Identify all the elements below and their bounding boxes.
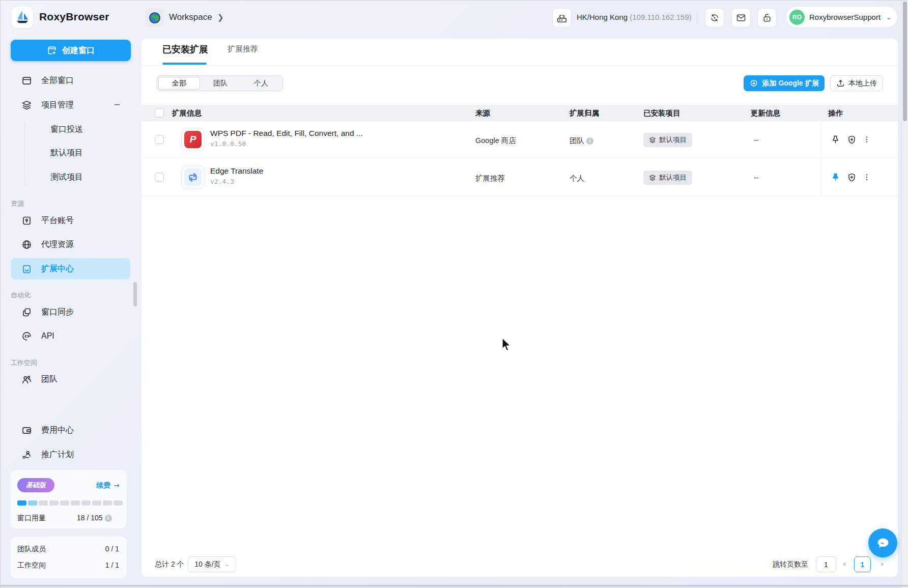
jump-to-page-input[interactable] [816,556,836,572]
info-icon[interactable]: i [586,137,593,145]
local-upload-button[interactable]: 本地上传 [830,75,883,91]
lock-button[interactable] [757,8,777,27]
team-members-value: 0 / 1 [105,545,119,554]
wallet-icon [21,425,32,436]
proxy-status-button[interactable] [552,8,572,27]
sidebar-item-platform-accounts[interactable]: 平台账号 [1,210,134,231]
sidebar-label: 平台账号 [41,215,74,226]
pin-button[interactable] [829,133,841,146]
more-actions-button[interactable] [861,133,873,146]
ownership-cell: 个人 [570,174,584,183]
username-label: RoxybrowserSupport [809,13,882,21]
sidebar-item-project-mgmt[interactable]: 项目管理 [1,94,134,116]
section-workspace: 工作空间 [11,358,37,368]
user-account-menu[interactable]: RO RoxybrowserSupport ⌄ [785,6,898,28]
sidebar-item-extension-center[interactable]: 扩展中心 [11,258,130,279]
usage-value: 18 / 105 i [77,514,112,522]
sidebar-item-team[interactable]: 团队 [1,369,134,390]
wps-pdf-icon: P [184,131,202,148]
page-scrollbar-thumb[interactable] [903,2,907,121]
collapse-minus-icon[interactable]: – [115,99,120,109]
shield-update-button[interactable] [845,133,858,146]
prev-page-button[interactable]: ‹ [843,559,846,569]
layers-icon [649,136,656,144]
row-checkbox[interactable] [155,173,164,182]
page-1-button[interactable]: 1 [854,556,871,572]
extension-name: Edge Translate [210,166,263,176]
support-chat-button[interactable] [868,528,897,557]
extension-info-cell: WPS PDF - Read, Edit, Fill, Convert, and… [210,129,363,148]
tab-installed-extensions[interactable]: 已安装扩展 [162,43,208,55]
unlock-icon [762,13,772,23]
team-members-label: 团队成员 [17,545,46,554]
edge-translate-icon [184,169,202,186]
sidebar-item-window-push[interactable]: 窗口投送 [1,119,134,140]
workspace-chevron-icon[interactable]: ❯ [217,13,224,22]
messages-button[interactable] [731,8,751,27]
sidebar-scrollbar-thumb[interactable] [133,282,137,306]
region-ip-text: HK/Hong Kong (109.110.162.159) [577,13,692,21]
shield-update-button[interactable] [845,171,858,183]
topbar-divider [697,12,697,23]
kebab-menu-icon [863,135,871,144]
more-actions-button[interactable] [861,171,873,183]
workspace-selector[interactable]: Workspace [169,12,212,22]
filter-personal[interactable]: 个人 [241,77,281,90]
col-extension-info: 扩展信息 [172,108,202,118]
update-cell: -- [754,174,759,182]
project-label: 默认项目 [659,173,687,182]
installed-project-chip[interactable]: 默认项目 [643,133,692,147]
extension-info-cell: Edge Translate v2.4.3 [210,166,263,185]
stats-card [11,537,127,578]
sidebar-label: 项目管理 [41,100,74,110]
installed-project-chip[interactable]: 默认项目 [643,171,692,185]
sidebar-item-test-project[interactable]: 测试项目 [1,166,134,188]
next-page-button[interactable]: › [881,559,884,569]
renew-label: 续费 [96,481,110,490]
renew-link[interactable]: 续费 → [96,481,120,490]
sidebar-item-all-windows[interactable]: 全部窗口 [1,70,134,91]
table-header [141,105,898,121]
extension-version: v2.4.3 [210,178,263,185]
shield-plus-icon [847,173,857,182]
page-size-select[interactable]: 10 条/页 ⌄ [188,556,236,572]
tab-recommended-extensions[interactable]: 扩展推荐 [228,44,258,54]
operations-column-divider [821,121,821,196]
sidebar-label: 推广计划 [41,450,74,460]
source-cell: Google 商店 [475,136,516,146]
sidebar-item-default-project[interactable]: 默认项目 [1,142,134,163]
pin-filled-icon [831,173,840,182]
sidebar-label: 团队 [41,374,58,385]
add-google-extension-button[interactable]: 添加 Google 扩展 [744,75,825,91]
info-icon[interactable]: i [105,515,112,522]
team-members-stat: 团队成员 0 / 1 [17,545,119,554]
extension-name: WPS PDF - Read, Edit, Fill, Convert, and… [210,129,363,138]
sync-button[interactable] [705,8,724,27]
select-all-checkbox[interactable] [155,108,164,118]
sidebar-item-proxy-resources[interactable]: 代理资源 [1,234,134,255]
layers-icon [21,100,32,110]
user-chevron-down-icon: ⌄ [886,14,891,21]
extension-icon [21,264,32,274]
sidebar-item-api[interactable]: API [1,325,134,347]
sidebar-item-referral-program[interactable]: 推广计划 [1,444,134,465]
workspace-globe-icon[interactable] [145,8,164,27]
kebab-menu-icon [863,173,871,181]
create-window-button[interactable]: 创建窗口 [11,40,131,61]
pin-button[interactable] [829,171,841,183]
local-upload-label: 本地上传 [848,79,877,88]
sidebar-label: 全部窗口 [41,75,74,86]
sidebar-item-billing-center[interactable]: 费用中心 [1,419,134,441]
sidebar-item-window-sync[interactable]: 窗口同步 [1,301,134,323]
jump-to-page-label: 跳转页数至 [773,560,808,569]
col-operations: 操作 [828,108,843,118]
referral-icon [21,450,32,460]
ownership-label: 团队 [570,136,584,145]
api-code-icon [21,331,32,342]
filter-team[interactable]: 团队 [200,77,241,90]
window-sync-icon [21,307,32,318]
window-bottom-border [1,585,908,586]
filter-all[interactable]: 全部 [158,77,200,90]
row-checkbox[interactable] [155,135,164,144]
update-cell: -- [754,136,759,144]
